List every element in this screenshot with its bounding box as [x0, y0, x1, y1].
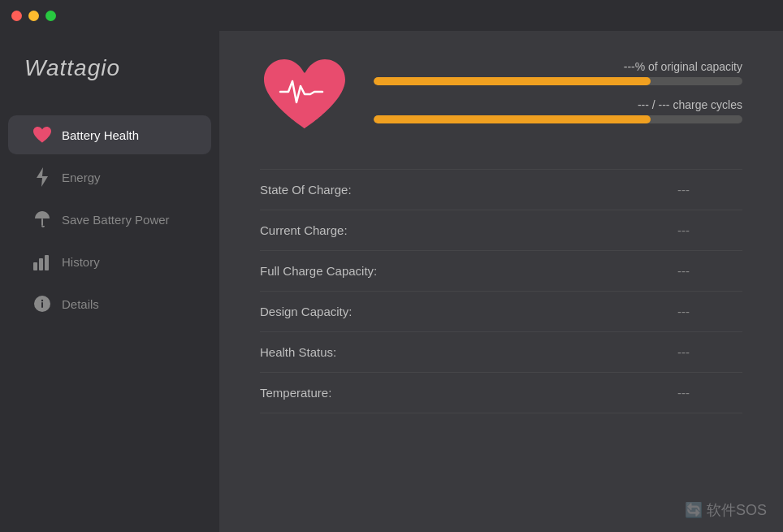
info-value: --- [677, 305, 742, 318]
minimize-button[interactable] [28, 11, 39, 21]
info-label: Temperature: [260, 386, 677, 400]
capacity-bar-container [374, 77, 742, 85]
info-row: Full Charge Capacity:--- [260, 251, 742, 292]
sidebar-label-history: History [62, 255, 100, 269]
info-value: --- [677, 183, 742, 197]
main-content: ---% of original capacity --- / --- char… [219, 31, 783, 532]
info-row: Design Capacity:--- [260, 292, 742, 332]
svg-rect-6 [41, 302, 43, 308]
sidebar-item-save-battery[interactable]: Save Battery Power [8, 200, 211, 239]
umbrella-icon [32, 210, 52, 229]
sidebar-item-details[interactable]: Details [8, 284, 211, 323]
svg-rect-4 [45, 255, 49, 270]
svg-rect-1 [41, 218, 43, 226]
battery-header: ---% of original capacity --- / --- char… [260, 55, 742, 128]
sidebar-item-energy[interactable]: Energy [8, 158, 211, 197]
titlebar [0, 0, 783, 31]
sidebar-item-history[interactable]: History [8, 242, 211, 281]
info-label: Full Charge Capacity: [260, 264, 677, 278]
info-value: --- [677, 345, 742, 359]
sidebar: Wattagio Battery Health Energy [0, 31, 219, 532]
info-value: --- [677, 386, 742, 400]
svg-point-7 [41, 300, 43, 301]
info-row: Health Status:--- [260, 332, 742, 373]
maximize-button[interactable] [45, 11, 56, 21]
svg-rect-3 [39, 258, 43, 270]
sidebar-label-battery-health: Battery Health [62, 128, 139, 142]
traffic-lights [11, 11, 56, 21]
app-body: Wattagio Battery Health Energy [0, 31, 783, 532]
sidebar-label-energy: Energy [62, 171, 101, 184]
sidebar-label-details: Details [62, 297, 99, 311]
charge-cycles-bar-container [374, 115, 742, 123]
watermark-text: 软件SOS [707, 500, 767, 520]
svg-marker-0 [37, 167, 48, 187]
info-label: State Of Charge: [260, 183, 677, 197]
bars-icon [32, 252, 52, 271]
watermark-icon: 🔄 [685, 501, 703, 519]
svg-rect-2 [33, 262, 37, 270]
app-logo: Wattagio [0, 47, 219, 114]
info-value: --- [677, 223, 742, 237]
info-section: State Of Charge:---Current Charge:---Ful… [260, 169, 742, 413]
close-button[interactable] [11, 11, 22, 21]
lightning-icon [32, 167, 52, 187]
info-label: Current Charge: [260, 223, 677, 237]
charge-cycles-stat-row: --- / --- charge cycles [374, 98, 742, 123]
info-row: Current Charge:--- [260, 210, 742, 251]
battery-health-icon [260, 55, 341, 128]
heart-icon [32, 125, 52, 145]
charge-cycles-label: --- / --- charge cycles [374, 98, 742, 111]
capacity-stat-row: ---% of original capacity [374, 60, 742, 85]
sidebar-item-battery-health[interactable]: Battery Health [8, 115, 211, 154]
capacity-bar [374, 77, 651, 85]
capacity-label: ---% of original capacity [374, 60, 742, 73]
info-label: Health Status: [260, 345, 677, 359]
info-icon [32, 294, 52, 314]
sidebar-label-save-battery: Save Battery Power [62, 213, 170, 227]
info-row: Temperature:--- [260, 373, 742, 413]
charge-cycles-bar [374, 115, 651, 123]
info-row: State Of Charge:--- [260, 169, 742, 210]
watermark: 🔄 软件SOS [685, 500, 767, 520]
info-value: --- [677, 264, 742, 278]
battery-stats: ---% of original capacity --- / --- char… [374, 60, 742, 123]
info-label: Design Capacity: [260, 305, 677, 318]
